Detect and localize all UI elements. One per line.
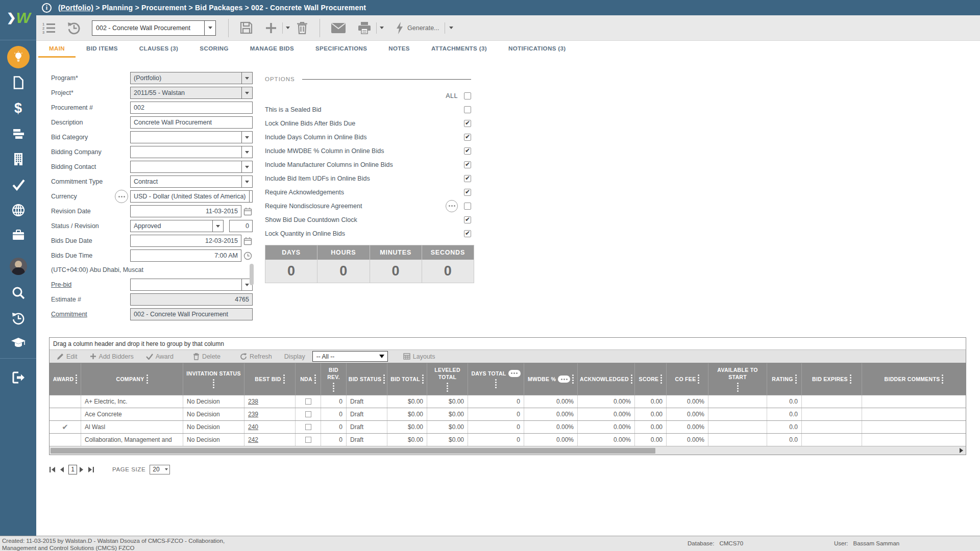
column-header-nda[interactable]: NDA — [296, 363, 321, 395]
nda-checkbox[interactable] — [305, 411, 311, 417]
column-menu-icon[interactable] — [850, 374, 851, 376]
tab-clauses[interactable]: CLAUSES (3) — [129, 41, 189, 58]
calendar-icon[interactable] — [243, 237, 252, 245]
column-header-bid-expires[interactable]: BID EXPIRES — [802, 363, 862, 395]
nda-checkbox[interactable] — [305, 437, 311, 443]
scrollbar-thumb[interactable] — [51, 448, 655, 454]
column-menu-icon[interactable] — [283, 374, 285, 376]
best-bid-link[interactable]: 240 — [248, 423, 258, 431]
column-header-days-total[interactable]: DAYS TOTAL — [468, 363, 524, 395]
column-header-invitation-status[interactable]: INVITATION STATUS — [183, 363, 244, 395]
column-menu-icon[interactable] — [383, 374, 385, 376]
page-size-select[interactable]: 20 — [150, 465, 170, 474]
sidebar-item-learning[interactable] — [0, 334, 36, 352]
award-button[interactable]: Award — [146, 353, 174, 360]
nda-checkbox[interactable] — [305, 398, 311, 405]
pmweb-logo[interactable]: ❯W — [0, 9, 36, 27]
bids-due-date-field[interactable]: 12-03-2015 — [130, 235, 241, 247]
layouts-button[interactable]: Layouts — [403, 353, 435, 360]
column-menu-icon[interactable] — [76, 374, 77, 376]
tab-attachments[interactable]: ATTACHMENTS (3) — [421, 41, 498, 58]
table-row[interactable]: Al Wasl No Decision 240 0 Draft $0.00 $0… — [50, 420, 966, 433]
best-bid-link[interactable]: 242 — [248, 436, 258, 443]
sidebar-item-active[interactable] — [0, 45, 36, 69]
pre-bid-select[interactable] — [130, 279, 253, 291]
include-bid-item-udfs-checkbox[interactable] — [464, 175, 471, 182]
print-menu-button[interactable] — [376, 22, 384, 34]
column-header-score[interactable]: SCORE — [635, 363, 667, 395]
column-header-acknowledged[interactable]: ACKNOWLEDGED — [578, 363, 635, 395]
sidebar-item-portal[interactable] — [0, 201, 36, 219]
column-menu-icon[interactable] — [631, 374, 632, 376]
first-page-button[interactable] — [49, 466, 56, 473]
record-history-button[interactable] — [67, 21, 81, 35]
tab-scoring[interactable]: SCORING — [189, 41, 239, 58]
all-checkbox[interactable] — [464, 92, 471, 99]
tab-notes[interactable]: NOTES — [378, 41, 421, 58]
sealed-bid-checkbox[interactable] — [464, 106, 471, 113]
info-icon[interactable]: i — [42, 3, 52, 13]
column-ellipsis-icon[interactable] — [508, 370, 521, 377]
include-days-checkbox[interactable] — [464, 134, 471, 141]
program-select[interactable]: (Portfolio) — [130, 72, 253, 84]
column-header-company[interactable]: COMPANY — [81, 363, 183, 395]
status-select[interactable]: Approved — [130, 220, 224, 232]
bid-category-select[interactable] — [130, 131, 253, 143]
refresh-button[interactable]: Refresh — [240, 353, 272, 360]
column-header-bid-rev[interactable]: BID REV. — [321, 363, 347, 395]
column-header-co-fee[interactable]: CO FEE — [667, 363, 708, 395]
calendar-icon[interactable] — [243, 207, 252, 216]
print-button[interactable] — [357, 21, 372, 35]
column-menu-icon[interactable] — [737, 383, 739, 384]
tab-notifications[interactable]: NOTIFICATIONS (3) — [498, 41, 577, 58]
bidding-contact-select[interactable] — [130, 161, 253, 173]
currency-ellipsis-button[interactable] — [115, 190, 128, 203]
delete-bidder-button[interactable]: Delete — [193, 353, 220, 360]
add-bidders-button[interactable]: Add Bidders — [90, 353, 134, 360]
column-menu-icon[interactable] — [213, 379, 214, 381]
column-menu-icon[interactable] — [422, 374, 424, 376]
revision-date-field[interactable]: 11-03-2015 — [130, 205, 241, 217]
table-row[interactable]: Ace Concrete No Decision 239 0 Draft $0.… — [50, 408, 966, 420]
currency-select[interactable]: USD - Dollar (United States of America) — [130, 190, 253, 203]
form-scrollbar-thumb[interactable] — [250, 264, 254, 285]
tab-specifications[interactable]: SPECIFICATIONS — [305, 41, 378, 58]
email-button[interactable] — [331, 22, 346, 34]
sidebar-item-logout[interactable] — [0, 368, 36, 387]
column-ellipsis-icon[interactable] — [558, 375, 570, 383]
horizontal-scrollbar[interactable] — [50, 446, 966, 455]
lock-quantity-checkbox[interactable] — [464, 230, 471, 237]
add-menu-button[interactable] — [282, 22, 290, 34]
column-menu-icon[interactable] — [495, 379, 497, 381]
group-by-bar[interactable]: Drag a column header and drop it here to… — [50, 338, 966, 349]
commitment-link[interactable]: Commitment — [51, 311, 130, 318]
save-button[interactable] — [239, 21, 253, 35]
description-field[interactable]: Concrete Wall Procurement — [130, 116, 253, 129]
record-selector[interactable]: 002 - Concrete Wall Procurement — [92, 20, 216, 36]
column-menu-icon[interactable] — [572, 374, 574, 376]
sidebar-item-tasks[interactable] — [0, 176, 36, 194]
column-header-available-to-start[interactable]: AVAILABLE TO START — [708, 363, 767, 395]
show-countdown-checkbox[interactable] — [464, 216, 471, 223]
project-select[interactable]: 2011/55 - Walstan — [130, 87, 253, 99]
nda-checkbox[interactable] — [305, 424, 311, 430]
generate-menu-button[interactable] — [445, 22, 453, 34]
tab-main[interactable]: MAIN — [38, 41, 76, 58]
numbered-list-button[interactable]: 123 — [42, 21, 56, 35]
column-menu-icon[interactable] — [146, 374, 148, 376]
column-menu-icon[interactable] — [333, 383, 334, 384]
previous-page-button[interactable] — [59, 466, 64, 473]
commitment-type-select[interactable]: Contract — [130, 176, 253, 188]
next-page-button[interactable] — [79, 466, 84, 473]
column-header-award[interactable]: AWARD — [50, 363, 81, 395]
require-nda-checkbox[interactable] — [464, 203, 471, 210]
add-button[interactable] — [264, 21, 278, 35]
sidebar-item-profile[interactable] — [0, 257, 36, 276]
column-header-bid-status[interactable]: BID STATUS — [347, 363, 387, 395]
revision-number-field[interactable]: 0 — [229, 220, 253, 232]
column-header-mwdbe[interactable]: MWDBE % — [524, 363, 578, 395]
column-header-rating[interactable]: RATING — [767, 363, 802, 395]
tab-bid-items[interactable]: BID ITEMS — [76, 41, 129, 58]
column-header-bidder-comments[interactable]: BIDDER COMMENTS — [862, 363, 966, 395]
tab-manage-bids[interactable]: MANAGE BIDS — [239, 41, 305, 58]
